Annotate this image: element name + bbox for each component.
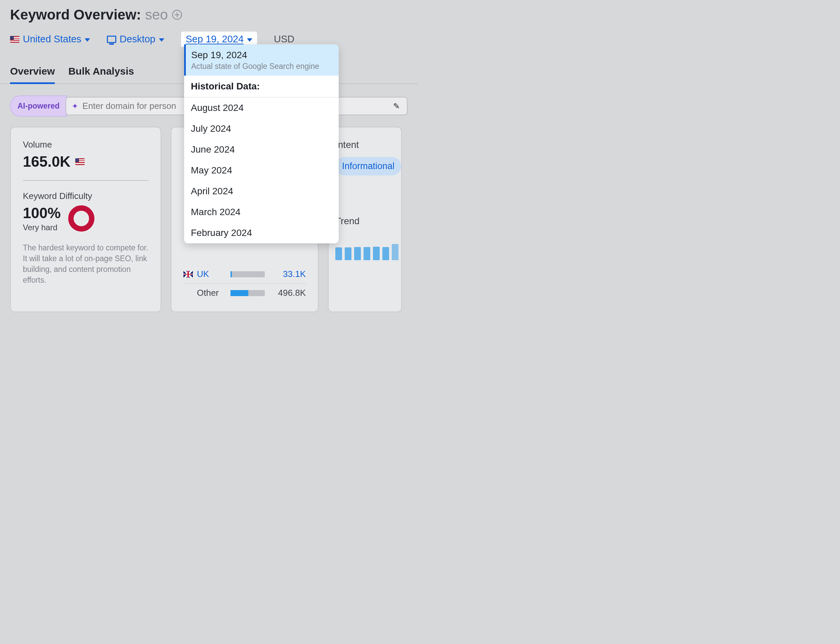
chevron-down-icon xyxy=(85,38,90,42)
dropdown-current-title: Sep 19, 2024 xyxy=(191,50,332,61)
dropdown-item[interactable]: April 2024 xyxy=(184,181,339,202)
sparkle-icon: ✦ xyxy=(72,102,78,111)
pencil-icon[interactable]: ✎ xyxy=(391,101,402,111)
desktop-icon xyxy=(107,36,116,43)
trend-label: Trend xyxy=(335,216,401,227)
dropdown-current[interactable]: Sep 19, 2024 Actual state of Google Sear… xyxy=(184,44,339,76)
intent-trend-card: Intent Informational Trend xyxy=(328,127,402,312)
date-label: Sep 19, 2024 xyxy=(186,34,244,45)
trend-bar xyxy=(345,247,351,261)
trend-bar xyxy=(392,244,399,260)
trend-bar xyxy=(382,247,389,260)
dropdown-section-header: Historical Data: xyxy=(184,76,339,97)
uk-flag-icon xyxy=(184,271,193,278)
tab-overview[interactable]: Overview xyxy=(10,66,55,84)
kd-sub: Very hard xyxy=(23,223,61,232)
keyword-value: seo xyxy=(145,7,168,23)
add-keyword-icon[interactable] xyxy=(172,10,182,20)
volume-value: 165.0K xyxy=(23,153,149,170)
trend-chart xyxy=(335,237,401,260)
intent-pill[interactable]: Informational xyxy=(335,157,401,176)
divider xyxy=(23,180,149,181)
country-filter[interactable]: United States xyxy=(10,34,90,45)
bar-track xyxy=(230,271,265,277)
dropdown-item[interactable]: August 2024 xyxy=(184,97,339,118)
chevron-down-icon xyxy=(247,38,252,42)
dropdown-item[interactable]: March 2024 xyxy=(184,202,339,222)
bar-fill xyxy=(230,290,248,296)
device-label: Desktop xyxy=(120,34,155,45)
dropdown-item[interactable]: May 2024 xyxy=(184,160,339,181)
ai-badge: AI-powered xyxy=(10,95,67,117)
kd-row: 100% Very hard xyxy=(23,205,149,232)
country-row-other[interactable]: Other 496.8K xyxy=(184,284,306,302)
dropdown-current-sub: Actual state of Google Search engine xyxy=(191,62,332,71)
country-row-uk[interactable]: UK 33.1K xyxy=(184,265,306,284)
kd-text: 100% Very hard xyxy=(23,205,61,232)
trend-bar xyxy=(335,247,342,261)
country-name: UK xyxy=(197,269,226,279)
country-label: United States xyxy=(23,34,81,45)
country-name: Other xyxy=(197,288,226,298)
bar-fill xyxy=(230,271,232,277)
volume-label: Volume xyxy=(23,140,149,150)
country-value: 33.1K xyxy=(269,269,306,279)
page-title: Keyword Overview: xyxy=(10,7,141,23)
kd-description: The hardest keyword to compete for. It w… xyxy=(23,242,149,286)
dropdown-item[interactable]: February 2024 xyxy=(184,222,339,243)
trend-bar xyxy=(364,247,370,260)
country-list: UK 33.1K Other 496.8K xyxy=(184,265,306,302)
dropdown-item[interactable]: July 2024 xyxy=(184,118,339,139)
kd-ring-icon xyxy=(68,205,94,232)
volume-card: Volume 165.0K Keyword Difficulty 100% Ve… xyxy=(10,127,161,312)
chevron-down-icon xyxy=(159,38,164,42)
currency-label: USD xyxy=(274,34,294,45)
header: Keyword Overview: seo United States Desk… xyxy=(0,0,418,47)
country-value: 496.8K xyxy=(269,288,306,298)
title-row: Keyword Overview: seo xyxy=(10,7,408,23)
intent-label: Intent xyxy=(335,140,401,150)
us-flag-icon xyxy=(75,158,85,165)
tab-bulk-analysis[interactable]: Bulk Analysis xyxy=(68,66,134,83)
trend-bar xyxy=(354,247,361,260)
volume-number: 165.0K xyxy=(23,153,71,170)
date-dropdown[interactable]: Sep 19, 2024 Actual state of Google Sear… xyxy=(184,44,339,243)
dropdown-item[interactable]: June 2024 xyxy=(184,139,339,160)
kd-value: 100% xyxy=(23,205,61,222)
kd-label: Keyword Difficulty xyxy=(23,191,149,201)
bar-track xyxy=(230,290,265,296)
device-filter[interactable]: Desktop xyxy=(107,34,164,45)
us-flag-icon xyxy=(10,36,20,43)
trend-bar xyxy=(373,247,380,260)
